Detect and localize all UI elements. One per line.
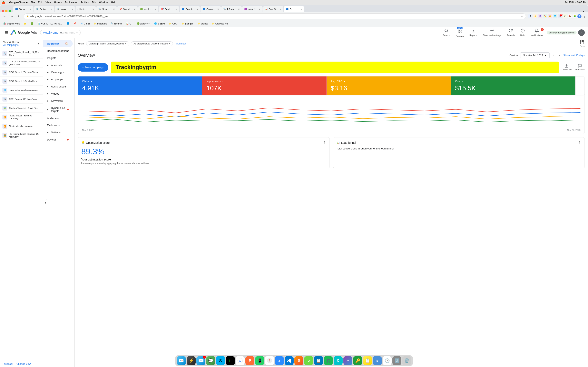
apple-menu[interactable]: 🍎 [2, 1, 5, 4]
show-last-30-button[interactable]: Show last 30 days [563, 54, 585, 57]
tab-close[interactable]: ✕ [30, 8, 31, 10]
tab-close[interactable]: ✕ [280, 8, 281, 10]
tab-close[interactable]: ✕ [176, 8, 177, 10]
nav-item-insights[interactable]: Insights [43, 54, 73, 62]
bookmark-important[interactable]: 📁 important [92, 22, 108, 25]
save-button[interactable]: 💾 Save [580, 40, 585, 47]
date-next-button[interactable]: › [557, 53, 562, 58]
ext-menu[interactable]: ⋮ [582, 14, 586, 18]
bookmark-star1[interactable]: ⭐ [22, 22, 28, 25]
dock-keePassXC[interactable]: 🔑 [353, 356, 362, 365]
collapse-sidebar-button[interactable]: ◀ [43, 199, 47, 206]
menu-history[interactable]: History [54, 1, 62, 4]
chrome-tab[interactable]: 🟣 dolce é... ✕ [242, 6, 263, 12]
dock-arc[interactable]: ✦ [343, 356, 352, 365]
menu-view[interactable]: View [45, 1, 51, 4]
bookmark-s1m[interactable]: 🌐 S-1$/M [153, 22, 166, 25]
chrome-tab[interactable]: ⚙️ Settin... ✕ [34, 6, 54, 12]
chrome-tab[interactable]: 🔵 Overv... ✕ [13, 6, 34, 12]
nav-item-audiences[interactable]: Audiences [43, 115, 73, 122]
ext-5[interactable]: 🌐 [553, 14, 557, 18]
bookmark-proiect[interactable]: 📁 proiect [196, 22, 209, 25]
filter-remove[interactable]: ✕ [125, 42, 127, 45]
bookmark-shopify[interactable]: 🛍️ shopify Work [2, 22, 21, 25]
optimization-menu-button[interactable]: ⋮ [323, 141, 326, 145]
campaign-item-ctp[interactable]: 🔍 CTP_Search_US_MaxConv [0, 95, 43, 104]
dock-zoom[interactable]: Z [275, 356, 284, 365]
forward-button[interactable]: → [9, 13, 15, 19]
chrome-tab[interactable]: 📊 PageS... ✕ [263, 6, 283, 12]
chrome-tab[interactable]: 🎯 Bard ✕ [159, 6, 179, 12]
campaign-item-ccc2[interactable]: 🔍 CCC_Search_TX_MaxClicks [0, 68, 43, 77]
campaign-item-fiesta-medals[interactable]: ▶️ Fiesta Medals - Youtube [0, 122, 43, 131]
help-button[interactable]: Help [518, 27, 527, 38]
bookmark-ga4[interactable]: 📁 ga4 gtm [180, 22, 195, 25]
date-prev-button[interactable]: ‹ [551, 53, 555, 58]
dock-clock[interactable]: 🕐 [383, 356, 392, 365]
avg-cpc-label[interactable]: Avg. CPC ▼ [331, 80, 447, 83]
nav-item-settings[interactable]: ▶ Settings [43, 129, 73, 136]
dock-sublime[interactable]: S [294, 356, 303, 365]
window-close[interactable] [2, 10, 4, 12]
menu-bookmarks[interactable]: Bookmarks [65, 1, 77, 4]
menu-help[interactable]: Help [111, 1, 116, 4]
dock-trash[interactable]: 🗑️ [402, 356, 411, 365]
add-filter-button[interactable]: Add filter [174, 42, 187, 46]
menu-tab[interactable]: Tab [92, 1, 96, 4]
tab-close[interactable]: ✕ [196, 8, 198, 10]
bookmark-gmc[interactable]: 📁 GMC [167, 22, 179, 25]
bookmark-star[interactable]: ☆ [521, 15, 523, 18]
download-button[interactable]: Download [562, 64, 572, 71]
cost-dropdown-arrow[interactable]: ▼ [462, 80, 464, 82]
tools-settings-button[interactable]: Tools and settings [481, 27, 503, 38]
dock-canva[interactable]: C [334, 356, 343, 365]
nav-item-recommendations[interactable]: Recommendations [43, 47, 73, 54]
nav-item-ads[interactable]: ▶ Ads & assets [43, 83, 73, 90]
sidebar-header[interactable]: View (2 filters) All campaigns ▼ [0, 38, 43, 49]
nav-item-videos[interactable]: ▶ Videos [43, 90, 73, 97]
filter-chip-adgroup[interactable]: Ad group status: Enabled, Paused ✕ [131, 42, 173, 46]
ext-share[interactable]: 📤 [568, 14, 572, 18]
reports-tool-button[interactable]: Reports [467, 27, 480, 38]
ext-2[interactable]: 🔮 [538, 14, 542, 18]
account-selector[interactable]: MetalPromo 632-823-8601 ▼ [40, 30, 81, 35]
campaign-item-fiesta-medal[interactable]: ▶️ Fiesta Medal - Youtube Campaign [0, 113, 43, 122]
chrome-tab[interactable]: 🔍 hiuski... ✕ [55, 6, 75, 12]
address-bar[interactable]: 🔒 ads.google.com/aw/overview?ocid=690420… [24, 13, 526, 19]
hamburger-menu[interactable]: ☰ [3, 29, 10, 36]
feedback-button[interactable]: Feedback [2, 363, 13, 365]
nav-item-overview[interactable]: Overview 🏠 [43, 40, 73, 47]
tab-close[interactable]: ✕ [301, 8, 302, 10]
search-tool-button[interactable]: Search [440, 27, 452, 38]
bookmark-isearch[interactable]: 🔍 ISearch [109, 22, 123, 25]
clicks-label[interactable]: Clicks ▼ [82, 80, 198, 83]
dock-mail[interactable]: ✉️ 2 [196, 356, 205, 365]
chrome-tab[interactable]: 🔵 Google... ✕ [200, 6, 221, 12]
ext-3[interactable]: ✏️ [543, 14, 547, 18]
refresh-tool-button[interactable]: Refresh [504, 27, 517, 38]
dock-terminal[interactable]: $_ [226, 356, 235, 365]
date-range-picker[interactable]: Nov 8 – 24, 2023 ▼ [520, 52, 550, 58]
dock-notes[interactable]: 📋 [363, 356, 372, 365]
chrome-tab-active[interactable]: 🔵 Ov ✕ [284, 6, 304, 12]
ext-badge-11[interactable]: 11 36 [558, 14, 562, 18]
campaign-item-btp[interactable]: 🔍 BTP_Sports_Search_US_MaxConv [0, 49, 43, 58]
dock-messages[interactable]: 💬 [206, 356, 215, 365]
impressions-label[interactable]: Impressions ▼ [207, 80, 322, 83]
campaign-item-fm-remarketing[interactable]: 🖼️ FM_Remarketing_Display_US_MaxConv [0, 131, 43, 140]
menu-file[interactable]: File [31, 1, 35, 4]
feedback-tool-button[interactable]: Feedback [575, 64, 585, 71]
ext-extensions[interactable]: 🧩 [572, 14, 577, 18]
bookmark-fb[interactable]: 📘 [65, 22, 71, 25]
ext-1[interactable]: ⚡ [533, 14, 537, 18]
ext-profile[interactable]: A [577, 14, 581, 18]
nav-item-accounts[interactable]: ▶ Accounts [43, 62, 73, 69]
tab-close[interactable]: ✕ [217, 8, 219, 10]
bookmark-gmail[interactable]: 📧 Gmail [79, 22, 91, 25]
back-button[interactable]: ← [2, 13, 7, 19]
campaign-item-ccc1[interactable]: 🔍 CCC_Competitors_Search_US_MaxConv [0, 58, 43, 68]
user-avatar[interactable]: A [578, 29, 585, 36]
dock-launchpad[interactable]: ⚡ [187, 356, 196, 365]
chrome-tab[interactable]: 🔍 I Searc... ✕ [221, 6, 242, 12]
clicks-dropdown-arrow[interactable]: ▼ [90, 80, 93, 82]
